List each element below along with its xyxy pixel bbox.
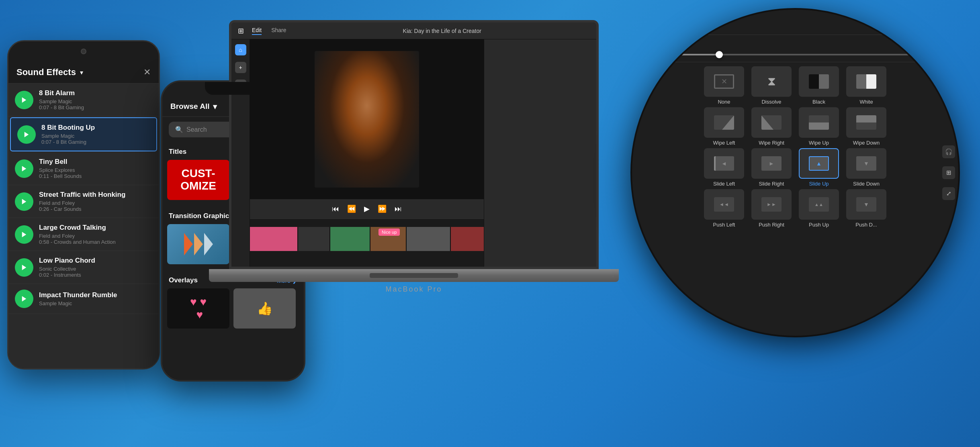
sound-meta: Field and Foley0:26 - Car Sounds (39, 200, 152, 212)
timeline-clip[interactable] (407, 227, 451, 251)
slider-fill (643, 54, 719, 55)
transition-dissolve-button[interactable] (751, 66, 792, 97)
video-controls: ⏮ ⏪ ▶ ⏩ ⏭ (250, 199, 484, 218)
sidebar-add-icon[interactable]: + (235, 62, 246, 73)
skip-back-button[interactable]: ⏮ (332, 205, 339, 213)
transition-push-up-label: Push Up (809, 222, 829, 228)
laptop-screen: ⊞ Edit Share Kia: Day in the Life of a C… (229, 20, 599, 269)
android-header: Sound Effects ▾ ✕ (8, 61, 159, 84)
play-button[interactable] (15, 91, 33, 109)
transition-push-up-cell: Push Up (797, 189, 841, 228)
push-right-icon (761, 197, 782, 212)
transition-dissolve-label: Dissolve (761, 99, 781, 105)
macbook-label: MacBook Pro (209, 285, 619, 294)
black-icon (809, 74, 829, 89)
svg-marker-1 (25, 132, 29, 137)
sidebar-home-icon[interactable]: ⌂ (235, 44, 246, 55)
transition-slide-down-label: Slide Down (853, 181, 880, 187)
duration-slider[interactable] (643, 54, 947, 55)
none-icon (714, 74, 734, 89)
transitions-row-4: Push Left Push Right Push Up Push D... (640, 189, 950, 228)
close-icon[interactable]: ✕ (143, 67, 151, 78)
transition-slide-up-cell: Slide Up (797, 148, 841, 187)
tab-share[interactable]: Share (271, 27, 286, 35)
video-preview (250, 39, 484, 199)
list-item[interactable]: Tiny Bell Splice Explores0:11 - Bell Sou… (8, 152, 159, 185)
transition-slide-up-button[interactable] (799, 148, 839, 179)
list-item[interactable]: 8 Bit Booting Up Sample Magic0:07 - 8 Bi… (10, 117, 157, 151)
svg-marker-4 (22, 232, 27, 237)
transition-push-down-cell: Push D... (844, 189, 888, 228)
svg-marker-0 (22, 97, 27, 103)
transition-push-up-button[interactable] (799, 189, 839, 220)
slide-down-icon (856, 156, 876, 171)
play-button[interactable] (15, 159, 33, 178)
dissolve-icon (761, 74, 782, 89)
timeline-clip[interactable] (250, 227, 298, 251)
video-thumbnail (315, 51, 419, 188)
timeline-clip[interactable] (330, 227, 370, 251)
chevron-icon[interactable]: ▾ (80, 69, 83, 76)
tab-edit[interactable]: Edit (252, 27, 262, 35)
wipe-up-icon (809, 115, 829, 130)
transition-push-right-button[interactable] (751, 189, 792, 220)
grid-icon[interactable]: ⊞ (942, 166, 955, 179)
resize-icon[interactable]: ⤢ (942, 187, 955, 200)
transition-white-cell: White (844, 66, 888, 105)
transition-push-down-button[interactable] (846, 189, 886, 220)
list-item[interactable]: Street Traffic with Honking Field and Fo… (8, 185, 159, 218)
step-back-button[interactable]: ⏪ (347, 204, 356, 213)
play-button[interactable] (15, 225, 33, 244)
list-item[interactable]: Low Piano Chord Sonic Collective0:02 - I… (8, 251, 159, 284)
transitions-header: ▾ Transitions 🎧 ⊞ ⤢ (632, 10, 958, 35)
svg-marker-3 (22, 199, 27, 204)
transition-push-left-button[interactable] (704, 189, 744, 220)
play-button[interactable] (15, 290, 33, 308)
play-button[interactable] (15, 258, 33, 277)
transitions-panel: ▾ Transitions 🎧 ⊞ ⤢ Duration .5s None (630, 8, 960, 337)
transition-white-label: White (859, 99, 873, 105)
transitions-collapse-icon[interactable]: ▾ (643, 20, 647, 29)
transition-none-label: None (718, 99, 730, 105)
transition-wipe-left-label: Wipe Left (713, 140, 735, 146)
transition-wipe-down-cell: Wipe Down (844, 107, 888, 146)
transition-slide-left-button[interactable] (704, 148, 744, 179)
list-item[interactable]: 8 Bit Alarm Sample Magic0:07 - 8 Bit Gam… (8, 84, 159, 116)
transition-black-button[interactable] (799, 66, 839, 97)
play-button[interactable] (17, 125, 36, 144)
skip-forward-button[interactable]: ⏭ (395, 205, 402, 213)
list-item[interactable]: Impact Thunder Rumble Sample Magic (8, 284, 159, 314)
wipe-right-icon (761, 115, 782, 130)
transition-wipe-up-cell: Wipe Up (797, 107, 841, 146)
transitions-row-3: Slide Left Slide Right Slide Up Slide Do… (640, 148, 950, 187)
transition-slide-down-button[interactable] (846, 148, 886, 179)
sound-name: Large Crowd Talking (39, 224, 152, 232)
sound-info: 8 Bit Alarm Sample Magic0:07 - 8 Bit Gam… (39, 89, 152, 110)
step-forward-button[interactable]: ⏩ (378, 204, 387, 213)
transitions-title: Transitions (651, 19, 698, 30)
transition-wipe-right-button[interactable] (751, 107, 792, 138)
transition-slide-right-button[interactable] (751, 148, 792, 179)
transition-white-button[interactable] (846, 66, 886, 97)
timeline-clip[interactable] (451, 227, 484, 251)
transitions-row-1: None Dissolve Black White (640, 66, 950, 105)
transition-wipe-down-button[interactable] (846, 107, 886, 138)
wipe-left-icon (714, 115, 734, 130)
search-input[interactable]: Search (186, 126, 207, 133)
list-item[interactable]: Large Crowd Talking Field and Foley0:58 … (8, 218, 159, 251)
app-main: ⌂ + ▣ ⏮ ⏪ ▶ ⏩ ⏭ (231, 39, 596, 267)
video-title: Kia: Day in the Life of a Creator (294, 28, 590, 34)
play-button[interactable] (15, 192, 33, 211)
play-pause-button[interactable]: ▶ (364, 204, 370, 213)
sound-info: Street Traffic with Honking Field and Fo… (39, 191, 152, 212)
slider-thumb[interactable] (716, 51, 723, 58)
transition-wipe-left-button[interactable] (704, 107, 744, 138)
headphones-icon[interactable]: 🎧 (942, 145, 955, 158)
transition-wipe-up-label: Wipe Up (809, 140, 829, 146)
transition-wipe-up-button[interactable] (799, 107, 839, 138)
transition-none-button[interactable] (704, 66, 744, 97)
app-logo: ⊞ (238, 27, 244, 35)
timeline-clip[interactable] (298, 227, 330, 251)
sound-meta: Splice Explores0:11 - Bell Sounds (39, 167, 152, 179)
timeline-area: Nice up Wrap (250, 218, 484, 267)
